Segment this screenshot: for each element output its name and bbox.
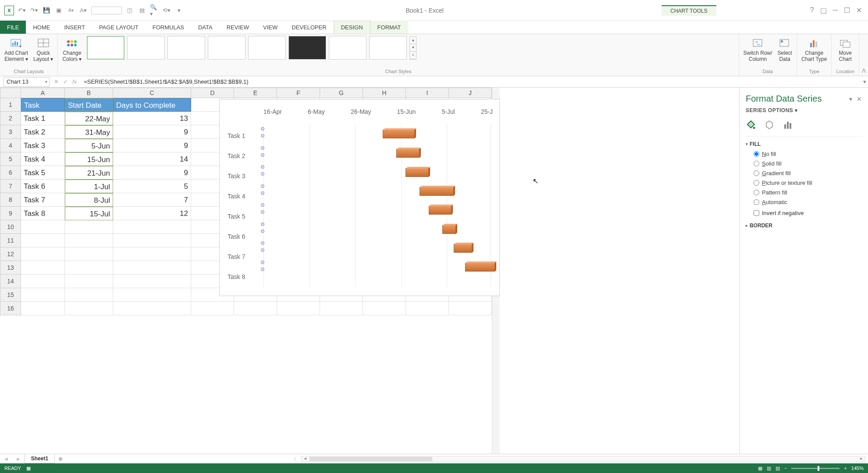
name-box[interactable]: Chart 13 bbox=[4, 77, 50, 87]
quick-layout-button[interactable]: Quick Layout ▾ bbox=[33, 36, 53, 63]
fill-section-header[interactable]: FILL bbox=[746, 141, 862, 147]
row-header[interactable]: 8 bbox=[0, 193, 21, 207]
series-handle[interactable] bbox=[261, 203, 264, 207]
col-header[interactable]: D bbox=[191, 88, 234, 98]
tab-page-layout[interactable]: PAGE LAYOUT bbox=[92, 21, 146, 34]
move-chart-button[interactable]: Move Chart bbox=[839, 36, 852, 63]
pane-close-icon[interactable]: ✕ bbox=[857, 95, 862, 102]
cell[interactable]: 15-Jul bbox=[65, 207, 113, 220]
row-header[interactable]: 10 bbox=[0, 220, 21, 234]
cell[interactable]: 8-Jul bbox=[65, 193, 113, 207]
row-header[interactable]: 12 bbox=[0, 247, 21, 261]
tab-home[interactable]: HOME bbox=[26, 21, 57, 34]
cell[interactable]: Task 3 bbox=[21, 139, 65, 152]
data-bar[interactable] bbox=[383, 130, 415, 138]
col-header[interactable]: I bbox=[406, 88, 449, 98]
cell[interactable]: 9 bbox=[113, 139, 191, 152]
series-handle[interactable] bbox=[261, 165, 264, 169]
cell[interactable] bbox=[113, 288, 191, 302]
add-chart-element-button[interactable]: + Add Chart Element ▾ bbox=[4, 36, 28, 63]
zoom-level[interactable]: 145% bbox=[851, 466, 864, 471]
tab-file[interactable]: FILE bbox=[0, 21, 26, 34]
cell[interactable]: 5-Jun bbox=[65, 139, 113, 152]
zoom-out-icon[interactable]: − bbox=[784, 466, 787, 471]
data-bar[interactable] bbox=[406, 168, 428, 177]
series-handle[interactable] bbox=[261, 153, 264, 157]
series-handle[interactable] bbox=[261, 222, 264, 226]
cell[interactable]: Task 1 bbox=[21, 112, 65, 125]
switch-row-column-button[interactable]: Switch Row/ Column bbox=[743, 36, 772, 63]
border-section-header[interactable]: BORDER bbox=[746, 222, 862, 229]
col-header[interactable]: F bbox=[277, 88, 320, 98]
style-thumb[interactable] bbox=[208, 36, 245, 60]
minimize-icon[interactable]: ─ bbox=[833, 6, 838, 14]
row-header[interactable]: 2 bbox=[0, 112, 21, 125]
style-more-icon[interactable]: ≡ bbox=[410, 52, 416, 59]
row-header[interactable]: 11 bbox=[0, 234, 21, 247]
col-header[interactable]: C bbox=[113, 88, 191, 98]
cell[interactable]: 21-Jun bbox=[65, 166, 113, 180]
cell[interactable] bbox=[113, 275, 191, 288]
page-break-view-icon[interactable]: ▧ bbox=[776, 466, 780, 471]
cell[interactable]: 5 bbox=[113, 180, 191, 193]
cell[interactable]: 22-May bbox=[65, 112, 113, 125]
zoom-in-icon[interactable]: + bbox=[844, 466, 847, 471]
effects-icon[interactable] bbox=[764, 120, 775, 130]
excel-icon[interactable]: X bbox=[4, 6, 14, 15]
qat-item[interactable]: ▣ bbox=[54, 6, 63, 15]
change-colors-button[interactable]: Change Colors ▾ bbox=[62, 36, 82, 63]
data-bar[interactable] bbox=[429, 206, 452, 215]
cell[interactable]: 9 bbox=[113, 125, 191, 139]
row-header[interactable]: 13 bbox=[0, 261, 21, 275]
style-thumb[interactable] bbox=[329, 36, 366, 60]
macro-record-icon[interactable]: ▦ bbox=[26, 466, 31, 471]
invert-if-negative-checkbox[interactable]: Invert if negative bbox=[746, 210, 862, 216]
tab-insert[interactable]: INSERT bbox=[57, 21, 92, 34]
tab-data[interactable]: DATA bbox=[191, 21, 220, 34]
tab-format[interactable]: FORMAT bbox=[370, 21, 408, 34]
style-thumb[interactable] bbox=[288, 36, 326, 60]
data-bar[interactable] bbox=[454, 244, 472, 253]
scroll-thumb[interactable] bbox=[309, 457, 432, 461]
fill-option-gradient-fill[interactable]: Gradient fill bbox=[754, 170, 862, 176]
row-header[interactable]: 3 bbox=[0, 125, 21, 139]
col-header[interactable]: A bbox=[21, 88, 65, 98]
fill-option-automatic[interactable]: Automatic bbox=[754, 199, 862, 205]
row-header[interactable]: 5 bbox=[0, 152, 21, 166]
cell[interactable] bbox=[113, 302, 191, 315]
fx-icon[interactable]: fx bbox=[72, 78, 77, 85]
row-header[interactable]: 6 bbox=[0, 166, 21, 180]
cell[interactable] bbox=[363, 302, 406, 315]
qat-item[interactable]: ⟲▾ bbox=[162, 6, 171, 15]
chart-object[interactable]: 16-Apr 6-May 26-May 15-Jun 5-Jul 25-J Ta… bbox=[219, 99, 500, 296]
cell[interactable] bbox=[65, 275, 113, 288]
maximize-icon[interactable]: ☐ bbox=[844, 6, 850, 14]
zoom-slider[interactable] bbox=[791, 468, 840, 469]
cell[interactable] bbox=[320, 302, 363, 315]
cell[interactable] bbox=[65, 220, 113, 234]
series-handle[interactable] bbox=[261, 191, 264, 195]
add-sheet-icon[interactable]: ⊕ bbox=[55, 456, 66, 462]
collapse-ribbon-icon[interactable]: ᐱ bbox=[859, 34, 868, 76]
cell[interactable] bbox=[65, 288, 113, 302]
cell[interactable] bbox=[21, 288, 65, 302]
cell[interactable] bbox=[113, 220, 191, 234]
cell[interactable] bbox=[21, 275, 65, 288]
select-data-button[interactable]: Select Data bbox=[778, 36, 792, 63]
row-header[interactable]: 16 bbox=[0, 302, 21, 315]
qat-item[interactable]: ▤ bbox=[138, 6, 146, 15]
font-inc-icon[interactable]: A▾ bbox=[79, 6, 88, 15]
cell[interactable]: Task 4 bbox=[21, 152, 65, 166]
expand-fx-icon[interactable]: ▾ bbox=[861, 78, 868, 85]
style-thumb[interactable] bbox=[167, 36, 205, 60]
cell[interactable] bbox=[277, 302, 320, 315]
cell[interactable] bbox=[113, 261, 191, 275]
page-layout-view-icon[interactable]: ▥ bbox=[767, 466, 771, 471]
cell[interactable]: Task 6 bbox=[21, 180, 65, 193]
scroll-left-icon[interactable]: ◄ bbox=[302, 456, 309, 462]
chart-plot-area[interactable] bbox=[263, 124, 493, 287]
style-thumb[interactable] bbox=[87, 36, 125, 60]
cell[interactable]: 1-Jul bbox=[65, 180, 113, 193]
tab-review[interactable]: REVIEW bbox=[220, 21, 256, 34]
sheet-nav-next-icon[interactable]: ► bbox=[12, 456, 25, 462]
